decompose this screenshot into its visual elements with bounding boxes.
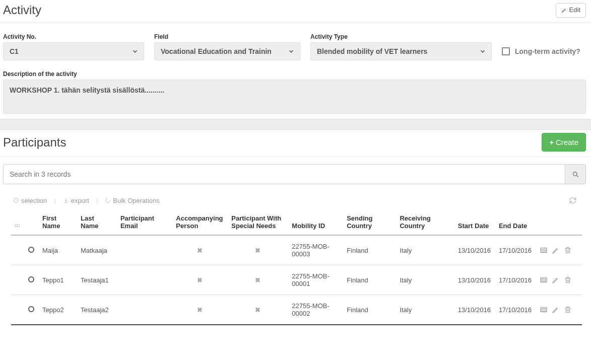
col-sending[interactable]: Sending Country — [344, 210, 397, 235]
cell-mobility-id: 22755-MOB-00003 — [289, 235, 344, 265]
cell-mobility-id: 22755-MOB-00001 — [289, 265, 344, 295]
clock-icon — [13, 197, 19, 203]
field-select[interactable]: Vocational Education and Trainin — [154, 42, 300, 60]
activity-no-value: C1 — [10, 47, 19, 55]
svg-rect-3 — [17, 225, 18, 226]
cell-first-name: Teppo1 — [39, 265, 78, 295]
svg-point-0 — [573, 172, 577, 176]
cell-end: 17/10/2016 — [496, 295, 537, 325]
col-special-needs[interactable]: Participant With Special Needs — [228, 210, 289, 235]
selection-tool[interactable]: selection — [13, 197, 47, 204]
create-button-label: Create — [556, 137, 578, 148]
grip-cell — [11, 295, 25, 325]
export-label: export — [71, 197, 89, 204]
svg-rect-4 — [19, 225, 20, 226]
cell-email — [117, 265, 173, 295]
separator: | — [96, 197, 98, 204]
cell-end: 17/10/2016 — [496, 235, 537, 265]
cell-start: 13/10/2016 — [455, 235, 496, 265]
search-input[interactable] — [3, 164, 565, 184]
col-receiving[interactable]: Receiving Country — [397, 210, 454, 235]
loading-icon — [105, 197, 111, 203]
long-term-checkbox[interactable] — [502, 47, 510, 55]
cell-special-needs: ✖ — [228, 295, 289, 325]
col-end[interactable]: End Date — [496, 210, 537, 235]
activity-title: Activity — [3, 3, 41, 17]
search-button[interactable] — [565, 164, 586, 184]
table-toolbar: selection | export | Bulk Operations — [0, 191, 591, 210]
plus-icon: + — [549, 137, 554, 148]
col-email[interactable]: Participant Email — [117, 210, 173, 235]
col-actions — [537, 210, 582, 235]
grip-column[interactable] — [11, 210, 25, 235]
cell-accompanying: ✖ — [173, 235, 228, 265]
activity-no-select[interactable]: C1 — [3, 42, 144, 60]
activity-type-label: Activity Type — [310, 33, 492, 40]
grip-cell — [11, 235, 25, 265]
cell-email — [117, 295, 173, 325]
create-button[interactable]: + Create — [542, 133, 586, 152]
field-label: Field — [154, 33, 300, 40]
cell-last-name: Testaaja2 — [78, 295, 117, 325]
trash-icon[interactable] — [564, 246, 572, 254]
row-radio[interactable] — [28, 247, 34, 253]
view-icon[interactable] — [540, 246, 548, 254]
cell-last-name: Matkaaja — [78, 235, 117, 265]
cell-accompanying: ✖ — [173, 295, 228, 325]
cell-special-needs: ✖ — [228, 235, 289, 265]
activity-no-label: Activity No. — [3, 33, 144, 40]
activity-type-select[interactable]: Blended mobility of VET learners — [310, 42, 492, 60]
refresh-button[interactable] — [569, 196, 577, 204]
cell-first-name: Maija — [39, 235, 78, 265]
cell-last-name: Testaaja1 — [78, 265, 117, 295]
cell-sending: Finland — [344, 265, 397, 295]
cell-receiving: Italy — [397, 235, 454, 265]
edit-icon[interactable] — [552, 306, 560, 314]
cell-receiving: Italy — [397, 295, 454, 325]
view-icon[interactable] — [540, 276, 548, 284]
chevron-down-icon — [479, 48, 486, 55]
participants-table: First Name Last Name Participant Email A… — [11, 210, 582, 325]
row-radio[interactable] — [28, 276, 34, 282]
export-tool[interactable]: export — [63, 197, 89, 204]
cell-mobility-id: 22755-MOB-00002 — [289, 295, 344, 325]
cell-receiving: Italy — [397, 265, 454, 295]
table-row: Teppo2Testaaja2✖✖22755-MOB-00002FinlandI… — [11, 295, 582, 325]
svg-rect-5 — [15, 226, 16, 227]
row-radio[interactable] — [28, 306, 34, 312]
chevron-down-icon — [132, 48, 139, 55]
edit-button[interactable]: Edit — [556, 3, 586, 18]
description-textarea[interactable]: WORKSHOP 1. tähän selitystä sisällöstä..… — [3, 80, 586, 114]
separator: | — [54, 197, 55, 204]
cell-start: 13/10/2016 — [455, 295, 496, 325]
col-start[interactable]: Start Date — [455, 210, 496, 235]
chevron-down-icon — [288, 48, 295, 55]
cell-sending: Finland — [344, 295, 397, 325]
bulk-label: Bulk Operations — [113, 197, 160, 204]
pencil-icon — [561, 7, 567, 13]
trash-icon[interactable] — [564, 306, 572, 314]
section-divider — [0, 119, 591, 130]
edit-icon[interactable] — [552, 276, 560, 284]
table-row: MaijaMatkaaja✖✖22755-MOB-00003FinlandIta… — [11, 235, 582, 265]
activity-header: Activity Edit — [0, 0, 591, 23]
view-icon[interactable] — [540, 306, 548, 314]
trash-icon[interactable] — [564, 276, 572, 284]
refresh-icon — [569, 196, 577, 204]
download-icon — [63, 197, 69, 203]
cell-sending: Finland — [344, 235, 397, 265]
search-icon — [572, 171, 579, 178]
activity-type-value: Blended mobility of VET learners — [317, 47, 427, 55]
col-first-name[interactable]: First Name — [39, 210, 78, 235]
field-value: Vocational Education and Trainin — [161, 47, 272, 55]
activity-form: Activity No. C1 Field Vocational Educati… — [0, 23, 591, 119]
bulk-operations-tool[interactable]: Bulk Operations — [105, 197, 160, 204]
edit-icon[interactable] — [552, 246, 560, 254]
select-column — [25, 210, 39, 235]
col-accompanying[interactable]: Accompanying Person — [173, 210, 228, 235]
edit-button-label: Edit — [569, 6, 580, 15]
cell-accompanying: ✖ — [173, 265, 228, 295]
svg-rect-6 — [17, 226, 18, 227]
col-last-name[interactable]: Last Name — [78, 210, 117, 235]
col-mobility-id[interactable]: Mobility ID — [289, 210, 344, 235]
